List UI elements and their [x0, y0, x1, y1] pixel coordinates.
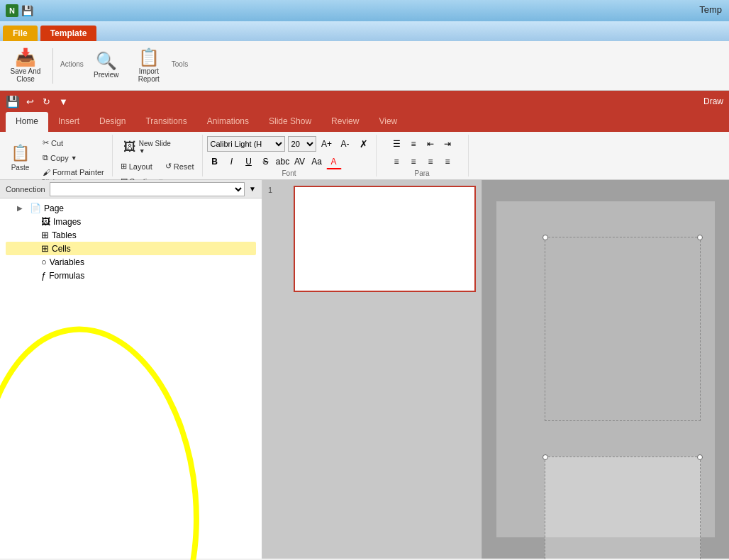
numbering-button[interactable]: ≡ [406, 136, 421, 152]
reset-label: Reset [174, 162, 194, 171]
tree-area: ▶ 📄 Page 🖼 Images ⊞ Tables ⊞ Cells [0, 198, 262, 559]
slides-row-1: 🖼 New Slide ▼ [117, 136, 177, 158]
ppt-tab-insert[interactable]: Insert [48, 112, 89, 132]
font-size-select[interactable]: 20 [288, 136, 316, 152]
font-family-select[interactable]: Calibri Light (H [207, 136, 285, 152]
font-color-button[interactable]: A [326, 154, 342, 169]
images-label: Images [53, 217, 81, 227]
font-row-1: Calibri Light (H 20 A+ A- ✗ [207, 136, 372, 152]
new-slide-label: New Slide [139, 140, 171, 147]
handle-tl[interactable] [542, 235, 548, 240]
actions-ribbon: 📥 Save And Close Actions 🔍 Preview 📋 Imp… [0, 41, 729, 91]
slides-group: 🖼 New Slide ▼ ⊞ Layout ↺ Reset [113, 135, 203, 177]
save-icon[interactable]: 💾 [21, 5, 33, 16]
page-expand-icon[interactable]: ▶ [17, 204, 27, 212]
cells-icon: ⊞ [41, 243, 49, 254]
reset-icon: ↺ [165, 162, 172, 171]
paste-button[interactable]: 📋 Paste [4, 140, 36, 175]
ppt-save-icon[interactable]: 💾 [6, 95, 20, 108]
app-icon: N [6, 4, 18, 17]
tree-item-variables[interactable]: ○ Variables [6, 255, 256, 269]
handle-bl-tl[interactable] [542, 454, 548, 460]
italic-button[interactable]: I [224, 154, 240, 169]
format-painter-label: Format Painter [52, 168, 104, 177]
tree-item-tables[interactable]: ⊞ Tables [6, 228, 256, 242]
ppt-tab-home[interactable]: Home [6, 112, 48, 132]
copy-icon: ⧉ [43, 153, 48, 162]
change-case-button[interactable]: Aa [309, 154, 325, 169]
new-slide-button[interactable]: 🖼 New Slide ▼ [117, 136, 177, 158]
ppt-draw-label: Draw [703, 96, 723, 106]
slide-main[interactable] [482, 180, 729, 559]
variables-label: Variables [50, 257, 84, 267]
clear-format-button[interactable]: ✗ [356, 136, 372, 152]
main-content: Connection ▼ ▶ 📄 Page 🖼 Images ⊞ Tables [0, 180, 729, 559]
cut-label: Cut [51, 139, 63, 147]
tables-icon: ⊞ [41, 230, 49, 240]
ppt-tab-design[interactable]: Design [89, 112, 135, 132]
ppt-tab-transitions[interactable]: Transitions [135, 112, 196, 132]
ppt-undo-icon[interactable]: ↩ [24, 96, 36, 107]
decrease-indent-button[interactable]: ⇤ [423, 136, 438, 152]
cells-label: Cells [52, 244, 71, 254]
tree-item-page[interactable]: ▶ 📄 Page [6, 201, 256, 215]
preview-label: Preview [94, 71, 119, 79]
connection-dropdown-arrow[interactable]: ▼ [249, 185, 256, 193]
underline-button[interactable]: U [241, 154, 257, 169]
strikethrough-button[interactable]: S [258, 154, 274, 169]
align-center-button[interactable]: ≡ [406, 154, 421, 169]
connection-dropdown[interactable] [50, 182, 245, 196]
import-report-button[interactable]: 📋 Import Report [129, 45, 169, 86]
variables-icon: ○ [41, 257, 47, 267]
paragraph-content: ☰ ≡ ⇤ ⇥ ≡ ≡ ≡ ≡ [389, 136, 455, 169]
copy-button[interactable]: ⧉ Copy ▼ [39, 151, 108, 164]
layout-button[interactable]: ⊞ Layout [117, 159, 156, 173]
ppt-tab-view[interactable]: View [369, 112, 407, 132]
save-and-close-button[interactable]: 📥 Save And Close [6, 45, 45, 86]
handle-bl-tr[interactable] [697, 454, 703, 460]
tree-item-images[interactable]: 🖼 Images [6, 215, 256, 228]
slide-thumbnail[interactable] [294, 186, 476, 292]
increase-indent-button[interactable]: ⇥ [440, 136, 455, 152]
justify-button[interactable]: ≡ [440, 154, 455, 169]
slide-placeholder-1[interactable] [545, 237, 701, 421]
small-caps-button[interactable]: abc [275, 154, 291, 169]
paste-label: Paste [11, 164, 30, 172]
connection-bar: Connection ▼ [0, 180, 262, 198]
increase-font-button[interactable]: A+ [319, 136, 335, 152]
copy-dropdown-icon[interactable]: ▼ [71, 155, 77, 162]
cut-button[interactable]: ✂ Cut [39, 136, 108, 150]
decrease-font-button[interactable]: A- [338, 136, 353, 152]
ppt-tab-animations[interactable]: Animations [197, 112, 259, 132]
bold-button[interactable]: B [207, 154, 223, 169]
slide-placeholder-2[interactable] [545, 457, 701, 560]
para-row-2: ≡ ≡ ≡ ≡ [389, 154, 455, 169]
tree-item-cells[interactable]: ⊞ Cells [6, 242, 256, 255]
ppt-tab-review[interactable]: Review [321, 112, 369, 132]
ribbon-divider-1 [52, 48, 53, 84]
ppt-more-icon[interactable]: ▼ [57, 96, 70, 107]
bullets-button[interactable]: ☰ [389, 136, 404, 152]
copy-label: Copy [50, 154, 69, 162]
tree-item-formulas[interactable]: ƒ Formulas [6, 269, 256, 282]
handle-tr[interactable] [697, 235, 703, 240]
align-right-button[interactable]: ≡ [423, 154, 438, 169]
clipboard-content: 📋 Paste ✂ Cut ⧉ Copy ▼ 🖌 Format Painter [4, 136, 108, 179]
paragraph-group: ☰ ≡ ⇤ ⇥ ≡ ≡ ≡ ≡ Para [377, 135, 469, 177]
reset-button[interactable]: ↺ Reset [162, 159, 198, 173]
font-group: Calibri Light (H 20 A+ A- ✗ B I U S abc … [203, 135, 377, 177]
format-painter-button[interactable]: 🖌 Format Painter [39, 166, 108, 179]
preview-button[interactable]: 🔍 Preview [87, 45, 126, 86]
paste-icon: 📋 [11, 144, 30, 162]
ppt-redo-icon[interactable]: ↻ [40, 96, 52, 107]
ppt-tab-slideshow[interactable]: Slide Show [259, 112, 321, 132]
para-row-1: ☰ ≡ ⇤ ⇥ [389, 136, 455, 152]
title-bar: N 💾 Temp [0, 0, 729, 21]
font-label: Font [282, 169, 296, 179]
tab-template[interactable]: Template [40, 26, 97, 41]
font-row-2: B I U S abc AV Aa A [207, 154, 342, 169]
new-slide-dropdown[interactable]: ▼ [139, 147, 145, 155]
align-left-button[interactable]: ≡ [389, 154, 404, 169]
tab-file[interactable]: File [3, 26, 38, 41]
char-spacing-button[interactable]: AV [292, 154, 308, 169]
